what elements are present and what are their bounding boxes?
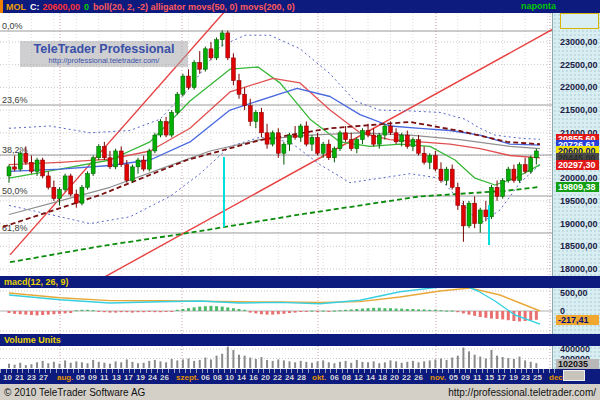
candle-body (18, 153, 22, 169)
volume-bar (47, 363, 49, 368)
macd-title: macd(12, 26, 9) (4, 277, 69, 287)
volume-bar (92, 360, 94, 368)
time-axis-day-label: 05 (76, 373, 85, 382)
candle-body (226, 33, 230, 58)
macd-histogram-bar (204, 306, 207, 311)
volume-tag: 102035 (556, 359, 599, 369)
interval-selector[interactable]: naponta (521, 1, 556, 11)
price-axis[interactable]: 23000,0022500,0022000,0021500,0021000,00… (552, 13, 600, 276)
candle-body (332, 149, 336, 158)
volume-bar (462, 348, 464, 368)
macd-histogram-bar (153, 311, 156, 312)
candle-body (445, 169, 449, 180)
macd-histogram-bar (47, 311, 50, 315)
time-axis[interactable]: 10212327aug.0509111317192426szept.060810… (0, 369, 600, 384)
volume-bar (98, 362, 100, 368)
time-axis-day-label: 17 (124, 373, 133, 382)
volume-bar (260, 357, 262, 368)
macd-signal-line (9, 288, 540, 311)
main-chart-pane[interactable]: 0,0%23,6%38,2%50,0%61,8% TeleTrader Prof… (0, 13, 552, 276)
macd-histogram-bar (19, 311, 22, 314)
macd-histogram-bar (333, 311, 336, 312)
volume-bar (238, 355, 240, 368)
candle-body (428, 156, 432, 163)
candle-body (349, 140, 353, 149)
candle-body (114, 151, 118, 167)
time-axis-day-label: 08 (213, 373, 222, 382)
macd-histogram-bar (226, 307, 229, 311)
time-axis-day-label: 18 (378, 373, 387, 382)
candle-body (170, 112, 174, 135)
macd-histogram-bar (322, 311, 325, 312)
volume-bar (530, 362, 532, 368)
volume-bar (255, 359, 257, 368)
scrollbar-thumb[interactable] (563, 370, 585, 381)
header-accent-stripe (0, 0, 3, 13)
candle-body (523, 165, 527, 172)
macd-histogram-bar (428, 310, 431, 311)
macd-histogram-bar (507, 311, 510, 320)
volume-bar (159, 361, 161, 368)
volume-bar (451, 358, 453, 368)
volume-bar (328, 362, 330, 368)
macd-histogram-bar (92, 310, 95, 311)
volume-bar (216, 356, 218, 368)
candle-body (456, 187, 460, 205)
macd-histogram-bar (142, 311, 145, 312)
macd-histogram-bar (344, 310, 347, 311)
macd-histogram-bar (176, 310, 179, 311)
volume-bar (227, 347, 229, 368)
time-axis-day-label: 26 (414, 373, 423, 382)
macd-histogram-bar (367, 308, 370, 311)
candle-body (355, 140, 359, 149)
macd-tick-label: 500,00 (560, 288, 588, 298)
macd-histogram-bar (355, 309, 358, 311)
time-axis-day-label: 28 (297, 373, 306, 382)
volume-bar (154, 360, 156, 368)
candle-body (29, 162, 33, 171)
candle-body (276, 133, 280, 153)
candle-body (271, 133, 275, 144)
macd-histogram-bar (282, 311, 285, 314)
volume-canvas[interactable] (0, 346, 552, 369)
volume-pane[interactable] (0, 346, 552, 369)
volume-bar (507, 358, 509, 368)
volume-bar (446, 360, 448, 368)
time-axis-month-label: aug. (57, 373, 73, 382)
macd-histogram-bar (372, 308, 375, 311)
chart-header-bar: MOL C: 20600,00 0 boll(20, 2, -2) alliga… (0, 0, 600, 13)
macd-histogram-bar (86, 310, 89, 311)
macd-pane[interactable] (0, 288, 552, 334)
alligator-teeth (9, 78, 540, 164)
candle-body (198, 62, 202, 69)
macd-histogram-bar (361, 309, 364, 311)
macd-histogram-bar (383, 308, 386, 311)
candle-body (489, 187, 493, 217)
volume-bar (479, 357, 481, 368)
volume-bar (19, 363, 21, 368)
macd-axis[interactable]: 500,000-217,41 (552, 288, 600, 334)
candle-body (450, 169, 454, 187)
macd-histogram-bar (64, 311, 67, 313)
time-axis-day-label: 23 (521, 373, 530, 382)
volume-axis[interactable]: 400000200000102035 (552, 346, 600, 369)
candle-body (433, 156, 437, 170)
candle-body (288, 135, 292, 144)
time-axis-day-label: 25 (533, 373, 542, 382)
macd-histogram-bar (243, 310, 246, 311)
candle-body (506, 169, 510, 180)
candle-body (24, 153, 28, 162)
candle-body (534, 151, 538, 158)
candle-body (108, 158, 112, 167)
macd-histogram-bar (181, 309, 184, 311)
macd-histogram-bar (350, 309, 353, 311)
macd-histogram-bar (209, 306, 212, 311)
candle-body (321, 144, 325, 153)
time-axis-day-label: 05 (449, 373, 458, 382)
volume-bar (221, 354, 223, 368)
macd-line (9, 288, 540, 324)
macd-histogram-bar (271, 311, 274, 315)
volume-bar (361, 362, 363, 368)
candle-body (518, 165, 522, 181)
macd-canvas[interactable] (0, 288, 552, 334)
